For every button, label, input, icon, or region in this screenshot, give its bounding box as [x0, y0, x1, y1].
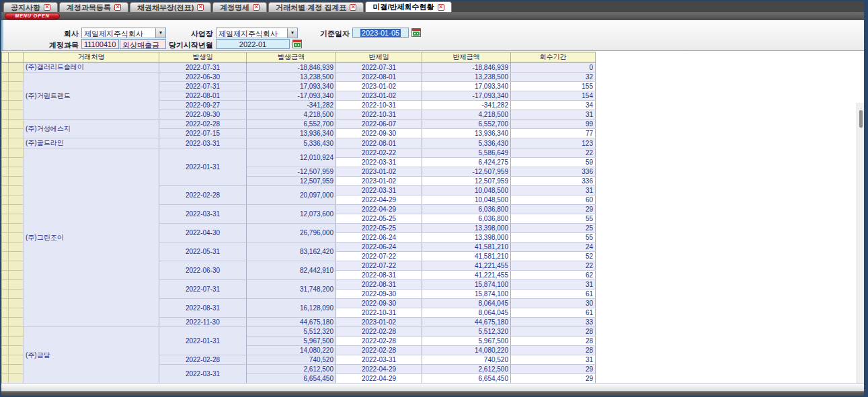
chevron-down-icon[interactable]: ▼ — [287, 28, 297, 38]
close-icon[interactable]: ✕ — [114, 4, 121, 11]
settle-date-cell: 2022-07-31 — [336, 62, 422, 73]
settle-date-cell: 2022-09-30 — [336, 299, 422, 308]
row-selector[interactable] — [9, 101, 24, 110]
company-select[interactable]: 제일제지주식회사 ▼ — [81, 28, 166, 38]
row-selector[interactable] — [9, 110, 24, 120]
close-icon[interactable]: ✕ — [197, 4, 204, 11]
row-selector[interactable] — [9, 346, 24, 355]
app-window: 공지사항 ✕ 계정과목등록 ✕ 채권채무장(전표) ✕ 계정명세 ✕ 거래처별 … — [0, 0, 868, 397]
row-indicator[interactable] — [2, 120, 9, 129]
row-indicator[interactable] — [2, 62, 9, 73]
row-selector[interactable] — [9, 252, 24, 261]
row-indicator[interactable] — [2, 73, 9, 82]
row-selector[interactable] — [9, 186, 24, 195]
row-selector[interactable] — [9, 129, 24, 138]
row-indicator[interactable] — [2, 158, 9, 167]
row-selector[interactable] — [9, 224, 24, 233]
row-indicator[interactable] — [2, 318, 9, 327]
row-selector[interactable] — [9, 138, 24, 148]
row-indicator[interactable] — [2, 271, 9, 280]
row-selector[interactable] — [9, 355, 24, 365]
row-indicator[interactable] — [2, 290, 9, 299]
row-indicator[interactable] — [2, 242, 9, 252]
row-indicator[interactable] — [2, 355, 9, 365]
tab-open-settlement-status[interactable]: 미결/반제회수현황 ✕ — [365, 1, 451, 12]
row-indicator[interactable] — [2, 148, 9, 158]
row-selector[interactable] — [9, 290, 24, 299]
close-icon[interactable]: ✕ — [350, 4, 356, 11]
row-selector[interactable] — [9, 73, 24, 82]
row-indicator[interactable] — [2, 82, 9, 91]
row-selector[interactable] — [9, 365, 24, 374]
start-month-input[interactable]: 2022-01 — [216, 39, 290, 49]
row-selector[interactable] — [9, 337, 24, 346]
row-indicator[interactable] — [2, 167, 9, 177]
row-indicator[interactable] — [2, 299, 9, 308]
tab-receivable-ledger[interactable]: 채권채무장(전표) ✕ — [130, 2, 211, 12]
row-indicator[interactable] — [2, 365, 9, 374]
row-indicator[interactable] — [2, 91, 9, 101]
close-icon[interactable]: ✕ — [438, 4, 444, 11]
row-selector[interactable] — [9, 177, 24, 186]
row-selector[interactable] — [9, 299, 24, 308]
close-icon[interactable]: ✕ — [44, 4, 50, 11]
row-selector[interactable] — [9, 195, 24, 205]
tab-account-register[interactable]: 계정과목등록 ✕ — [59, 2, 128, 12]
chevron-down-icon[interactable]: ▼ — [155, 28, 165, 38]
row-indicator[interactable] — [2, 337, 9, 346]
row-selector[interactable] — [9, 242, 24, 252]
row-indicator[interactable] — [2, 186, 9, 195]
site-select[interactable]: 제일제지주식회사 ▼ — [216, 28, 298, 38]
row-selector[interactable] — [9, 280, 24, 290]
row-indicator[interactable] — [2, 101, 9, 110]
scrollbar-thumb[interactable] — [859, 110, 863, 128]
row-indicator[interactable] — [2, 110, 9, 120]
row-selector[interactable] — [9, 205, 24, 214]
account-code-input[interactable]: 11100410 — [81, 39, 119, 49]
row-indicator[interactable] — [2, 346, 9, 355]
column-header: 반제금액 — [422, 52, 511, 62]
row-selector[interactable] — [9, 374, 24, 384]
occur-amount-cell: 14,080,220 — [247, 346, 336, 355]
row-indicator[interactable] — [2, 252, 9, 261]
row-selector[interactable] — [9, 158, 24, 167]
row-indicator[interactable] — [2, 224, 9, 233]
vertical-scrollbar[interactable] — [857, 103, 864, 383]
row-indicator[interactable] — [2, 233, 9, 242]
close-icon[interactable]: ✕ — [253, 4, 260, 11]
settle-amount-cell: 41,581,210 — [422, 252, 511, 261]
row-selector[interactable] — [9, 233, 24, 242]
row-selector[interactable] — [9, 120, 24, 129]
row-indicator[interactable] — [2, 261, 9, 271]
menu-open-button[interactable]: MENU OPEN — [5, 13, 60, 19]
row-indicator[interactable] — [2, 195, 9, 205]
row-selector[interactable] — [9, 261, 24, 271]
settle-date-cell: 2022-02-22 — [336, 148, 422, 158]
row-indicator[interactable] — [2, 138, 9, 148]
row-indicator[interactable] — [2, 280, 9, 290]
row-indicator[interactable] — [2, 308, 9, 318]
row-selector[interactable] — [9, 214, 24, 224]
row-selector[interactable] — [9, 82, 24, 91]
row-indicator[interactable] — [2, 177, 9, 186]
row-indicator[interactable] — [2, 214, 9, 224]
row-indicator[interactable] — [2, 327, 9, 337]
row-indicator[interactable] — [2, 374, 9, 384]
tab-vendor-summary[interactable]: 거래처별 계정 집계표 ✕ — [268, 2, 364, 12]
tab-account-detail[interactable]: 계정명세 ✕ — [212, 2, 267, 12]
row-selector[interactable] — [9, 318, 24, 327]
calendar-icon[interactable] — [411, 28, 421, 37]
tab-notice[interactable]: 공지사항 ✕ — [3, 2, 58, 12]
row-selector[interactable] — [9, 148, 24, 158]
calendar-icon[interactable] — [292, 40, 302, 48]
row-selector[interactable] — [9, 327, 24, 337]
row-indicator[interactable] — [2, 205, 9, 214]
row-selector[interactable] — [9, 62, 24, 73]
row-selector[interactable] — [9, 271, 24, 280]
tab-label: 거래처별 계정 집계표 — [276, 3, 346, 13]
row-selector[interactable] — [9, 91, 24, 101]
row-indicator[interactable] — [2, 129, 9, 138]
row-selector[interactable] — [9, 167, 24, 177]
row-selector[interactable] — [9, 308, 24, 318]
base-date-input[interactable]: 2023-01-05 — [352, 28, 409, 38]
